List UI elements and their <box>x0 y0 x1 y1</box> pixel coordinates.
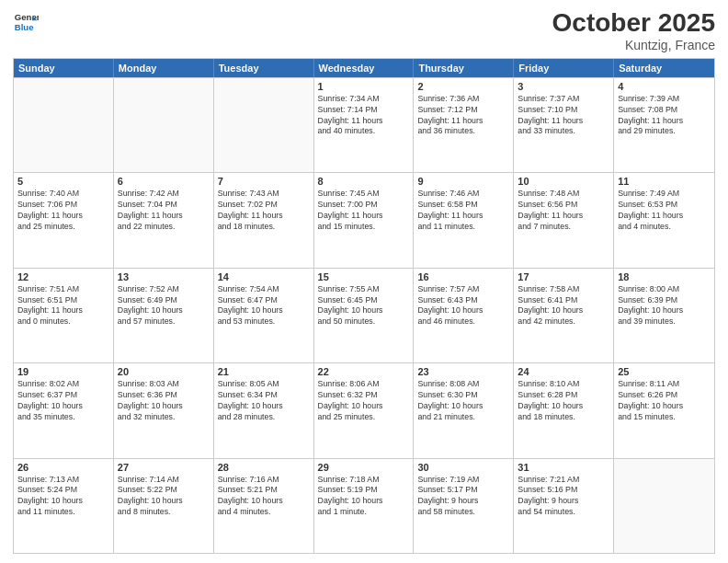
day-number: 25 <box>618 366 711 377</box>
calendar-row: 12Sunrise: 7:51 AM Sunset: 6:51 PM Dayli… <box>14 268 714 362</box>
day-number: 11 <box>618 176 711 187</box>
day-number: 9 <box>417 176 509 187</box>
day-number: 20 <box>118 366 210 377</box>
header: General Blue October 2025 Kuntzig, Franc… <box>13 9 715 52</box>
calendar-cell: 16Sunrise: 7:57 AM Sunset: 6:43 PM Dayli… <box>414 269 514 362</box>
weekday-header: Saturday <box>614 59 714 77</box>
weekday-header: Sunday <box>14 59 114 77</box>
day-info: Sunrise: 7:21 AM Sunset: 5:16 PM Dayligh… <box>518 475 609 519</box>
calendar-cell: 30Sunrise: 7:19 AM Sunset: 5:17 PM Dayli… <box>414 459 514 553</box>
day-number: 2 <box>417 81 509 92</box>
calendar-row: 19Sunrise: 8:02 AM Sunset: 6:37 PM Dayli… <box>14 362 714 457</box>
day-info: Sunrise: 7:18 AM Sunset: 5:19 PM Dayligh… <box>318 475 410 519</box>
day-number: 26 <box>17 462 109 473</box>
calendar-cell: 12Sunrise: 7:51 AM Sunset: 6:51 PM Dayli… <box>14 269 114 362</box>
weekday-header: Monday <box>114 59 214 77</box>
calendar-cell <box>14 78 114 172</box>
day-number: 8 <box>318 176 410 187</box>
calendar-cell <box>114 78 214 172</box>
day-info: Sunrise: 7:39 AM Sunset: 7:08 PM Dayligh… <box>618 94 711 138</box>
logo: General Blue <box>13 9 39 35</box>
calendar-cell: 23Sunrise: 8:08 AM Sunset: 6:30 PM Dayli… <box>414 363 514 457</box>
day-number: 7 <box>218 176 310 187</box>
calendar-cell: 11Sunrise: 7:49 AM Sunset: 6:53 PM Dayli… <box>614 173 714 267</box>
day-number: 22 <box>318 366 410 377</box>
day-number: 14 <box>218 271 310 282</box>
day-info: Sunrise: 7:36 AM Sunset: 7:12 PM Dayligh… <box>417 94 509 138</box>
day-number: 5 <box>17 176 109 187</box>
weekday-header: Tuesday <box>214 59 314 77</box>
day-number: 27 <box>118 462 210 473</box>
day-info: Sunrise: 7:46 AM Sunset: 6:58 PM Dayligh… <box>417 189 509 233</box>
day-number: 13 <box>118 271 210 282</box>
calendar-cell: 29Sunrise: 7:18 AM Sunset: 5:19 PM Dayli… <box>314 459 415 553</box>
calendar-row: 1Sunrise: 7:34 AM Sunset: 7:14 PM Daylig… <box>14 77 714 172</box>
day-number: 30 <box>417 462 509 473</box>
day-info: Sunrise: 7:45 AM Sunset: 7:00 PM Dayligh… <box>318 189 410 233</box>
day-number: 23 <box>417 366 509 377</box>
calendar-cell: 8Sunrise: 7:45 AM Sunset: 7:00 PM Daylig… <box>314 173 415 267</box>
calendar-header: SundayMondayTuesdayWednesdayThursdayFrid… <box>14 59 714 77</box>
day-info: Sunrise: 7:48 AM Sunset: 6:56 PM Dayligh… <box>518 189 609 233</box>
weekday-header: Friday <box>514 59 614 77</box>
calendar-cell <box>614 459 714 553</box>
day-number: 10 <box>518 176 609 187</box>
day-number: 29 <box>318 462 410 473</box>
day-info: Sunrise: 7:14 AM Sunset: 5:22 PM Dayligh… <box>118 475 210 519</box>
day-number: 16 <box>417 271 509 282</box>
calendar: SundayMondayTuesdayWednesdayThursdayFrid… <box>13 58 715 554</box>
day-number: 31 <box>518 462 609 473</box>
day-number: 18 <box>618 271 711 282</box>
calendar-cell: 9Sunrise: 7:46 AM Sunset: 6:58 PM Daylig… <box>414 173 514 267</box>
calendar-cell: 6Sunrise: 7:42 AM Sunset: 7:04 PM Daylig… <box>114 173 214 267</box>
day-number: 15 <box>318 271 410 282</box>
day-info: Sunrise: 7:19 AM Sunset: 5:17 PM Dayligh… <box>417 475 509 519</box>
day-info: Sunrise: 8:05 AM Sunset: 6:34 PM Dayligh… <box>218 379 310 423</box>
day-info: Sunrise: 7:37 AM Sunset: 7:10 PM Dayligh… <box>518 94 609 138</box>
day-info: Sunrise: 8:10 AM Sunset: 6:28 PM Dayligh… <box>518 379 609 423</box>
day-info: Sunrise: 7:55 AM Sunset: 6:45 PM Dayligh… <box>318 284 410 328</box>
day-info: Sunrise: 7:42 AM Sunset: 7:04 PM Dayligh… <box>118 189 210 233</box>
day-info: Sunrise: 8:08 AM Sunset: 6:30 PM Dayligh… <box>417 379 509 423</box>
calendar-cell <box>214 78 314 172</box>
page: General Blue October 2025 Kuntzig, Franc… <box>0 0 728 563</box>
day-number: 28 <box>218 462 310 473</box>
calendar-cell: 21Sunrise: 8:05 AM Sunset: 6:34 PM Dayli… <box>214 363 314 457</box>
day-info: Sunrise: 7:34 AM Sunset: 7:14 PM Dayligh… <box>318 94 410 138</box>
day-info: Sunrise: 7:16 AM Sunset: 5:21 PM Dayligh… <box>218 475 310 519</box>
calendar-cell: 2Sunrise: 7:36 AM Sunset: 7:12 PM Daylig… <box>414 78 514 172</box>
calendar-cell: 4Sunrise: 7:39 AM Sunset: 7:08 PM Daylig… <box>614 78 714 172</box>
calendar-cell: 27Sunrise: 7:14 AM Sunset: 5:22 PM Dayli… <box>114 459 214 553</box>
calendar-cell: 26Sunrise: 7:13 AM Sunset: 5:24 PM Dayli… <box>14 459 114 553</box>
calendar-cell: 15Sunrise: 7:55 AM Sunset: 6:45 PM Dayli… <box>314 269 415 362</box>
day-number: 4 <box>618 81 711 92</box>
calendar-cell: 17Sunrise: 7:58 AM Sunset: 6:41 PM Dayli… <box>514 269 614 362</box>
day-info: Sunrise: 7:51 AM Sunset: 6:51 PM Dayligh… <box>17 284 109 328</box>
day-info: Sunrise: 7:57 AM Sunset: 6:43 PM Dayligh… <box>417 284 509 328</box>
day-info: Sunrise: 8:00 AM Sunset: 6:39 PM Dayligh… <box>618 284 711 328</box>
month-title: October 2025 <box>552 9 715 38</box>
calendar-row: 26Sunrise: 7:13 AM Sunset: 5:24 PM Dayli… <box>14 458 714 553</box>
calendar-cell: 22Sunrise: 8:06 AM Sunset: 6:32 PM Dayli… <box>314 363 415 457</box>
day-number: 24 <box>518 366 609 377</box>
day-info: Sunrise: 7:13 AM Sunset: 5:24 PM Dayligh… <box>17 475 109 519</box>
day-info: Sunrise: 8:06 AM Sunset: 6:32 PM Dayligh… <box>318 379 410 423</box>
calendar-cell: 20Sunrise: 8:03 AM Sunset: 6:36 PM Dayli… <box>114 363 214 457</box>
calendar-row: 5Sunrise: 7:40 AM Sunset: 7:06 PM Daylig… <box>14 172 714 267</box>
weekday-header: Wednesday <box>314 59 415 77</box>
day-number: 12 <box>17 271 109 282</box>
calendar-cell: 19Sunrise: 8:02 AM Sunset: 6:37 PM Dayli… <box>14 363 114 457</box>
day-info: Sunrise: 7:52 AM Sunset: 6:49 PM Dayligh… <box>118 284 210 328</box>
calendar-cell: 5Sunrise: 7:40 AM Sunset: 7:06 PM Daylig… <box>14 173 114 267</box>
svg-text:General: General <box>15 12 39 22</box>
calendar-cell: 10Sunrise: 7:48 AM Sunset: 6:56 PM Dayli… <box>514 173 614 267</box>
day-info: Sunrise: 8:02 AM Sunset: 6:37 PM Dayligh… <box>17 379 109 423</box>
logo-icon: General Blue <box>13 9 39 35</box>
day-number: 1 <box>318 81 410 92</box>
calendar-cell: 24Sunrise: 8:10 AM Sunset: 6:28 PM Dayli… <box>514 363 614 457</box>
title-block: October 2025 Kuntzig, France <box>552 9 715 52</box>
calendar-cell: 3Sunrise: 7:37 AM Sunset: 7:10 PM Daylig… <box>514 78 614 172</box>
calendar-cell: 1Sunrise: 7:34 AM Sunset: 7:14 PM Daylig… <box>314 78 415 172</box>
day-info: Sunrise: 7:49 AM Sunset: 6:53 PM Dayligh… <box>618 189 711 233</box>
day-number: 19 <box>17 366 109 377</box>
